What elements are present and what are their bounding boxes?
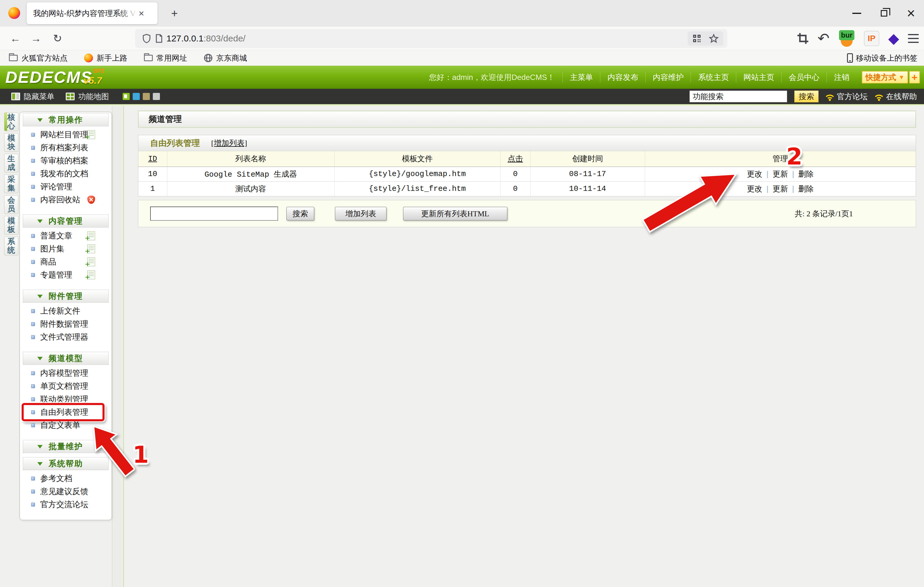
nav-logout[interactable]: 注销 <box>827 72 856 82</box>
skin-gray-swatch[interactable] <box>153 93 160 100</box>
skin-green-swatch[interactable] <box>123 93 130 100</box>
qr-code-icon[interactable] <box>692 34 701 43</box>
browser-tab[interactable]: 我的网站-织梦内容管理系统 V57_U × <box>26 2 158 24</box>
tab-close-icon[interactable]: × <box>139 8 144 18</box>
doc-add-icon[interactable] <box>87 130 95 139</box>
sidebar-item-comments[interactable]: 评论管理 <box>20 180 112 193</box>
nav-site-home[interactable]: 网站主页 <box>736 72 781 82</box>
bookmark-folder-firefox[interactable]: 火狐官方站点 <box>9 53 68 63</box>
update-link[interactable]: 更新 <box>773 170 788 178</box>
section-attachment-management[interactable]: 附件管理 <box>23 289 109 303</box>
sidebar-item-file-manager[interactable]: 文件式管理器 <box>20 330 112 344</box>
globe-icon <box>204 54 213 62</box>
add-list-button[interactable]: 增加列表 <box>335 207 386 220</box>
bookmark-jd[interactable]: 京东商城 <box>204 53 247 63</box>
list-search-button[interactable]: 搜索 <box>286 207 314 220</box>
sidebar-item-special-topics[interactable]: 专题管理 <box>20 268 112 281</box>
bullet-icon <box>31 273 35 277</box>
crop-tool-icon[interactable] <box>797 33 809 44</box>
back-button[interactable]: ← <box>8 31 23 46</box>
sidebar-item-pending-archives[interactable]: 等审核的档案 <box>20 154 112 167</box>
delete-link[interactable]: 删除 <box>799 170 814 178</box>
tab-module[interactable]: 模块 <box>4 133 18 152</box>
section-content-management[interactable]: 内容管理 <box>23 214 109 227</box>
function-map-button[interactable]: 功能地图 <box>66 91 109 102</box>
hide-menu-button[interactable]: 隐藏菜单 <box>11 91 54 102</box>
restore-icon[interactable] <box>881 10 887 16</box>
section-system-help[interactable]: 系统帮助 <box>23 457 109 470</box>
col-name: 列表名称 <box>167 151 334 166</box>
edit-link[interactable]: 更改 <box>747 170 762 178</box>
sidebar-item-reference-docs[interactable]: 参考文档 <box>20 472 112 485</box>
nav-system-home[interactable]: 系统主页 <box>691 72 736 82</box>
tab-system[interactable]: 系统 <box>4 237 18 255</box>
section-common-operations[interactable]: 常用操作 <box>23 113 109 127</box>
doc-add-icon[interactable] <box>87 244 95 253</box>
new-tab-button[interactable]: + <box>168 7 181 20</box>
sidebar-item-feedback[interactable]: 意见建议反馈 <box>20 485 112 498</box>
sidebar-item-free-list[interactable]: 自由列表管理 <box>20 406 112 419</box>
edit-link[interactable]: 更改 <box>747 185 762 193</box>
menu-hamburger-icon[interactable] <box>908 34 919 43</box>
bullet-icon <box>31 260 35 264</box>
section-batch-maintenance[interactable]: 批量维护 <box>23 440 109 453</box>
shortcut-dropdown[interactable]: 快捷方式 ▼ <box>862 71 908 84</box>
tab-core[interactable]: 核心 <box>4 112 18 131</box>
forward-button[interactable]: → <box>28 31 44 46</box>
sidebar-item-normal-article[interactable]: 普通文章 <box>20 229 112 242</box>
close-icon[interactable]: × <box>907 9 915 18</box>
stylus-extension-icon[interactable]: ◆ <box>888 31 899 46</box>
function-search-input[interactable] <box>690 90 787 102</box>
tab-template[interactable]: 模板 <box>4 216 18 235</box>
doc-add-icon[interactable] <box>87 270 95 279</box>
sidebar-item-image-gallery[interactable]: 图片集 <box>20 242 112 255</box>
url-text[interactable]: 127.0.0.1:803/dede/ <box>167 33 246 43</box>
url-bar[interactable]: 127.0.0.1:803/dede/ <box>135 29 728 48</box>
nav-main-menu[interactable]: 主菜单 <box>563 72 600 82</box>
burp-extension-icon[interactable]: bur <box>838 30 855 47</box>
undo-arrow-icon[interactable]: ↶ <box>818 31 830 46</box>
list-search-input[interactable] <box>150 207 278 221</box>
sidebar-item-products[interactable]: 商品 <box>20 255 112 268</box>
toolbar-search-button[interactable]: 搜索 <box>794 90 818 102</box>
bookmark-folder-common[interactable]: 常用网址 <box>144 53 187 63</box>
sidebar-item-official-forum[interactable]: 官方交流论坛 <box>20 498 112 511</box>
sidebar-item-content-model[interactable]: 内容模型管理 <box>20 367 112 380</box>
doc-add-icon[interactable] <box>87 231 95 240</box>
mobile-bookmarks[interactable]: 移动设备上的书签 <box>847 53 917 63</box>
nav-publish[interactable]: 内容发布 <box>600 72 645 82</box>
section-channel-model[interactable]: 频道模型 <box>23 352 109 365</box>
ip-extension-icon[interactable]: IP <box>864 31 879 46</box>
shortcut-add-button[interactable]: + <box>909 71 920 84</box>
bookmark-star-icon[interactable] <box>709 34 718 43</box>
doc-add-icon[interactable] <box>87 257 95 266</box>
skin-tan-swatch[interactable] <box>143 93 150 100</box>
online-help-link[interactable]: 在线帮助 <box>875 91 917 102</box>
sidebar-collapse-strip[interactable] <box>112 106 124 587</box>
bookmark-getting-started[interactable]: 新手上路 <box>84 53 127 63</box>
col-id[interactable]: ID <box>138 151 167 166</box>
tab-generate[interactable]: 生成 <box>4 154 18 173</box>
sidebar-item-custom-form[interactable]: 自定义表单 <box>20 419 112 432</box>
reload-button[interactable]: ↻ <box>50 31 65 46</box>
tab-member[interactable]: 会员 <box>4 195 18 214</box>
minimize-icon[interactable] <box>852 13 861 14</box>
add-list-link[interactable]: [增加列表] <box>211 138 247 148</box>
nav-maintain[interactable]: 内容维护 <box>645 72 691 82</box>
sidebar-item-site-columns[interactable]: 网站栏目管理 <box>20 128 112 141</box>
sidebar-item-upload-file[interactable]: 上传新文件 <box>20 304 112 317</box>
tab-collect[interactable]: 采集 <box>4 174 18 193</box>
nav-member-center[interactable]: 会员中心 <box>781 72 827 82</box>
col-hits[interactable]: 点击 <box>500 151 530 166</box>
sidebar-item-my-documents[interactable]: 我发布的文档 <box>20 167 112 180</box>
update-link[interactable]: 更新 <box>773 185 788 193</box>
official-forum-link[interactable]: 官方论坛 <box>826 91 868 102</box>
sidebar-item-all-archives[interactable]: 所有档案列表 <box>20 141 112 154</box>
firefox-icon <box>8 7 20 19</box>
skin-blue-swatch[interactable] <box>133 93 140 100</box>
sidebar-item-single-page[interactable]: 单页文档管理 <box>20 380 112 393</box>
sidebar-item-recycle-bin[interactable]: 内容回收站 ✕ <box>20 193 112 206</box>
delete-link[interactable]: 删除 <box>799 185 814 193</box>
update-all-html-button[interactable]: 更新所有列表HTML <box>403 207 507 220</box>
sidebar-item-attachment-data[interactable]: 附件数据管理 <box>20 317 112 330</box>
